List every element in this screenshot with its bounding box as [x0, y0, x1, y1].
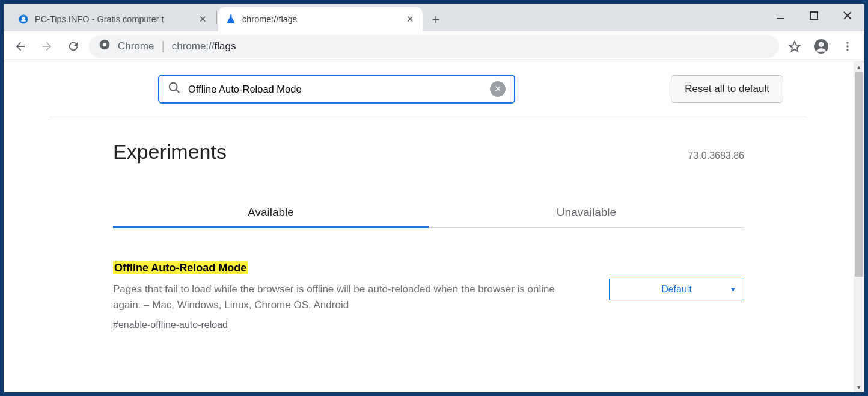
maximize-button[interactable]	[797, 4, 831, 28]
window-controls	[763, 4, 864, 28]
tab-available[interactable]: Available	[113, 197, 429, 227]
titlebar: PC-Tips.INFO - Gratis computer t ✕ chrom…	[4, 4, 864, 31]
bookmark-button[interactable]	[784, 36, 805, 57]
scroll-up-icon[interactable]: ▴	[854, 61, 864, 72]
tab-unavailable[interactable]: Unavailable	[429, 197, 744, 227]
scroll-down-icon[interactable]: ▾	[854, 382, 864, 392]
search-icon	[168, 81, 181, 97]
svg-point-6	[103, 43, 107, 47]
tab-title: chrome://flags	[242, 14, 399, 24]
omnibox-separator: |	[161, 39, 164, 53]
flags-search-input[interactable]	[188, 84, 483, 95]
scrollbar[interactable]: ▴ ▾	[854, 61, 864, 392]
clear-search-icon[interactable]: ✕	[490, 81, 506, 97]
reload-button[interactable]	[63, 36, 84, 57]
omnibox-scheme-label: Chrome	[118, 40, 154, 52]
svg-point-9	[846, 42, 848, 43]
flag-dropdown[interactable]: Default ▼	[609, 279, 744, 300]
flag-description: Pages that fail to load while the browse…	[113, 282, 585, 314]
omnibox-url-path: flags	[215, 40, 236, 52]
svg-rect-4	[810, 12, 818, 19]
omnibox[interactable]: Chrome | chrome://flags	[89, 35, 779, 58]
flag-title: Offline Auto-Reload Mode	[113, 261, 248, 274]
reset-button[interactable]: Reset all to default	[671, 75, 783, 103]
scroll-thumb[interactable]	[855, 72, 863, 277]
forward-button[interactable]	[36, 36, 58, 57]
svg-point-11	[846, 49, 848, 51]
tab-title: PC-Tips.INFO - Gratis computer t	[35, 14, 191, 24]
flag-anchor[interactable]: #enable-offline-auto-reload	[113, 320, 585, 330]
page-content: ✕ Reset all to default Experiments 73.0.…	[4, 61, 854, 392]
chevron-down-icon: ▼	[730, 286, 736, 293]
browser-window: PC-Tips.INFO - Gratis computer t ✕ chrom…	[4, 4, 864, 392]
chrome-version: 73.0.3683.86	[688, 150, 744, 161]
omnibox-scheme: Chrome |	[118, 39, 165, 53]
svg-rect-3	[777, 18, 784, 19]
tab-active[interactable]: chrome://flags ✕	[218, 7, 423, 31]
content-wrap: ✕ Reset all to default Experiments 73.0.…	[4, 61, 864, 392]
tab-inactive[interactable]: PC-Tips.INFO - Gratis computer t ✕	[11, 7, 215, 31]
omnibox-url-host: chrome://	[172, 40, 215, 52]
svg-rect-1	[21, 20, 26, 22]
flags-tabs: Available Unavailable	[113, 197, 744, 228]
back-button[interactable]	[10, 36, 31, 57]
new-tab-button[interactable]: ＋	[426, 10, 445, 29]
favicon-icon	[18, 14, 29, 25]
tab-close-icon[interactable]: ✕	[197, 14, 208, 25]
profile-button[interactable]	[810, 36, 832, 57]
close-button[interactable]	[831, 4, 864, 28]
svg-point-10	[846, 45, 848, 47]
flags-body: Experiments 73.0.3683.86 Available Unava…	[113, 116, 744, 330]
chrome-icon	[99, 39, 111, 54]
flags-search-box[interactable]: ✕	[158, 75, 515, 104]
flag-item: Offline Auto-Reload Mode Pages that fail…	[113, 262, 744, 330]
svg-line-13	[176, 90, 180, 93]
svg-point-2	[22, 17, 25, 20]
toolbar: Chrome | chrome://flags	[4, 31, 864, 61]
flags-page: ✕ Reset all to default Experiments 73.0.…	[4, 61, 854, 330]
flask-icon	[225, 14, 236, 25]
experiments-title: Experiments	[113, 140, 227, 164]
tab-close-icon[interactable]: ✕	[405, 14, 415, 25]
tab-strip: PC-Tips.INFO - Gratis computer t ✕ chrom…	[4, 4, 445, 31]
tab-separator	[216, 11, 217, 24]
experiments-header: Experiments 73.0.3683.86	[113, 140, 744, 164]
omnibox-url: chrome://flags	[172, 40, 236, 52]
flag-dropdown-value: Default	[661, 284, 692, 295]
menu-button[interactable]	[837, 36, 858, 57]
svg-point-12	[170, 83, 177, 91]
flag-text: Offline Auto-Reload Mode Pages that fail…	[113, 262, 585, 330]
minimize-button[interactable]	[763, 4, 797, 28]
svg-point-8	[819, 42, 824, 47]
flags-header: ✕ Reset all to default	[50, 61, 807, 116]
